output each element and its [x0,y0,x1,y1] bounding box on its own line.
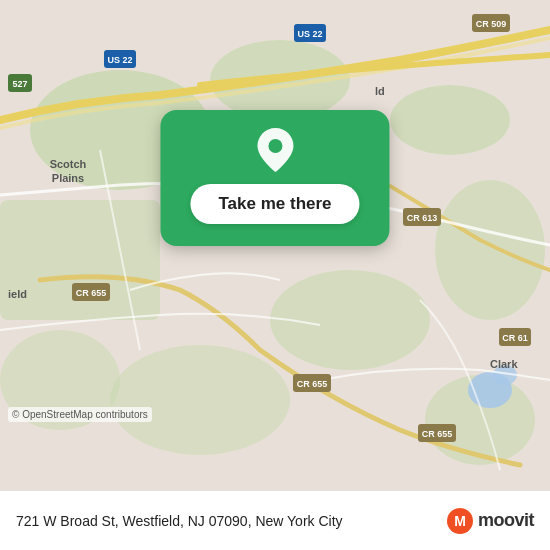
address-label: 721 W Broad St, Westfield, NJ 07090, New… [16,513,343,529]
svg-text:ld: ld [375,85,385,97]
svg-text:US 22: US 22 [297,29,322,39]
svg-text:CR 61: CR 61 [502,333,528,343]
svg-point-35 [268,139,282,153]
moovit-icon: M [446,507,474,535]
map-copyright: © OpenStreetMap contributors [8,407,152,422]
moovit-brand-text: moovit [478,510,534,531]
svg-text:CR 655: CR 655 [297,379,328,389]
bottom-bar: 721 W Broad St, Westfield, NJ 07090, New… [0,490,550,550]
svg-text:CR 655: CR 655 [76,288,107,298]
svg-text:M: M [454,513,466,529]
map-container: US 22 US 22 527 CR 509 CR 655 CR 655 CR … [0,0,550,490]
svg-rect-4 [0,200,160,320]
svg-point-6 [435,180,545,320]
svg-text:Scotch: Scotch [50,158,87,170]
map-pin-icon [253,128,297,172]
svg-text:ield: ield [8,288,27,300]
svg-text:527: 527 [12,79,27,89]
svg-text:CR 655: CR 655 [422,429,453,439]
svg-text:CR 613: CR 613 [407,213,438,223]
svg-text:US 22: US 22 [107,55,132,65]
location-card: Take me there [160,110,389,246]
take-me-there-button[interactable]: Take me there [190,184,359,224]
svg-point-3 [390,85,510,155]
svg-text:Plains: Plains [52,172,84,184]
moovit-logo: M moovit [446,507,534,535]
svg-point-8 [110,345,290,455]
svg-text:CR 509: CR 509 [476,19,507,29]
svg-text:Clark: Clark [490,358,518,370]
